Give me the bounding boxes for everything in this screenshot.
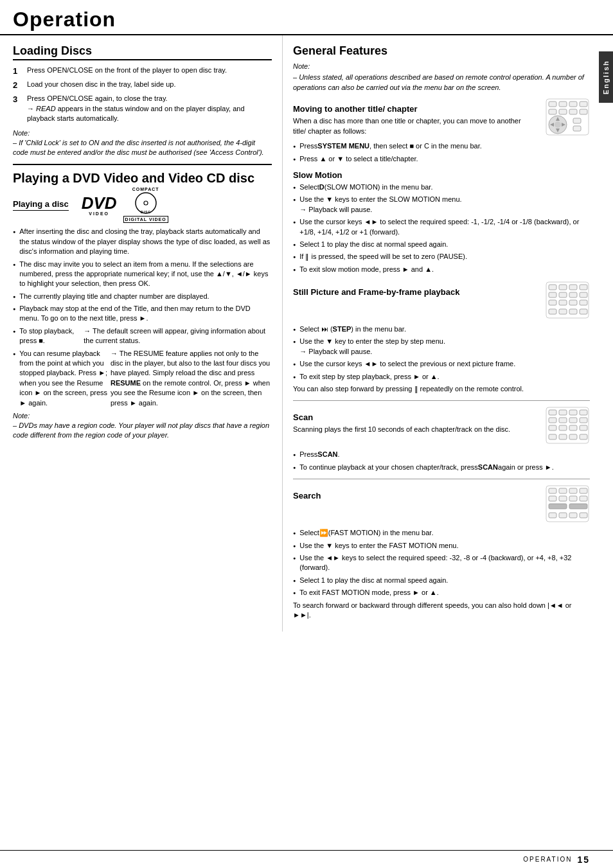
scan-bullet-2: To continue playback at your chosen chap… [293,463,590,472]
disc-icon-svg: DISC [134,191,157,215]
svg-rect-52 [569,434,577,439]
step-3: 3 Press OPEN/CLOSE again, to close the t… [13,94,272,123]
remote-still-picture [545,281,590,321]
svg-rect-66 [559,513,567,518]
svg-rect-55 [549,488,556,493]
general-features-section: General Features Note: – Unless stated, … [293,44,590,93]
moving-title-section: Moving to another title/ chapter When a … [293,98,590,164]
section-divider-1 [13,164,272,165]
svg-rect-26 [559,292,567,297]
svg-rect-53 [580,434,587,439]
svg-rect-11 [580,109,587,114]
playing-dvd-section: Playing a DVD Video and Video CD disc Pl… [13,170,272,440]
slow-bullet-2: Use the ▼ keys to enter the SLOW MOTION … [293,195,590,215]
slow-bullet-1: Select D (SLOW MOTION) in the menu bar. [293,182,590,192]
bullet-menu: The disc may invite you to select an ite… [13,260,272,289]
svg-rect-29 [549,300,556,305]
svg-rect-58 [580,488,587,493]
moving-title-heading: Moving to another title/ chapter [293,104,535,114]
bullet-title-chapter: The currently playing title and chapter … [13,292,272,301]
still-bullet-4: To exit step by step playback, press ► o… [293,372,590,382]
moving-bullet-1: Press SYSTEM MENU, then select ■ or C in… [293,141,590,151]
side-tab-english: English [599,51,613,103]
svg-rect-7 [580,102,587,107]
svg-rect-61 [569,496,577,501]
svg-text:DISC: DISC [141,210,151,214]
search-title: Search [293,491,535,500]
still-picture-bullets: Select ⏭ (STEP) in the menu bar. Use the… [293,324,590,382]
svg-rect-38 [549,410,556,415]
slow-motion-bullets: Select D (SLOW MOTION) in the menu bar. … [293,182,590,274]
bottom-label: Operation [523,856,572,863]
svg-rect-18 [573,118,581,123]
svg-rect-42 [549,418,556,423]
search-bullet-3: Use the ◄► keys to select the required s… [293,553,590,573]
svg-rect-23 [569,285,577,290]
playing-disc-header: Playing a disc DVD VIDEO COMPACT [13,187,272,223]
bullet-autoplay: After inserting the disc and closing the… [13,227,272,256]
slow-bullet-3: Use the cursor keys ◄► to select the req… [293,217,590,237]
slow-motion-title: Slow Motion [293,170,590,180]
svg-rect-43 [559,418,567,423]
svg-rect-45 [580,418,587,423]
svg-rect-44 [569,418,577,423]
svg-rect-25 [549,292,556,297]
svg-rect-35 [569,309,577,314]
svg-rect-9 [559,109,567,114]
scan-section: Scan Scanning plays the first 10 seconds… [293,400,590,472]
bullet-stop: To stop playback, press ■. → The default… [13,326,272,346]
svg-rect-63 [549,504,567,509]
dvd-note: Note: – DVDs may have a region code. You… [13,412,272,441]
slow-bullet-5: If ‖ is pressed, the speed will be set t… [293,252,590,261]
still-bullet-2: Use the ▼ key to enter the step by step … [293,337,590,357]
still-bullet-3: Use the cursor keys ◄► to select the pre… [293,359,590,369]
svg-rect-59 [549,496,556,501]
loading-discs-section: Loading Discs 1 Press OPEN/CLOSE on the … [13,44,272,157]
loading-discs-title: Loading Discs [13,44,272,60]
svg-rect-51 [559,434,567,439]
svg-rect-41 [580,410,587,415]
loading-discs-steps: 1 Press OPEN/CLOSE on the front of the p… [13,66,272,124]
remote-moving-title [545,98,590,137]
playing-dvd-title: Playing a DVD Video and Video CD disc [13,170,272,186]
scan-bullet-1: Press SCAN. [293,450,590,459]
page-title-bar: Operation [0,0,613,35]
loading-note: Note: – If 'Child Lock' is set to ON and… [13,129,272,158]
remote-search [545,484,590,524]
bullet-resume: You can resume playback from the point a… [13,349,272,408]
moving-title-bullets: Press SYSTEM MENU, then select ■ or C in… [293,141,590,164]
still-bullet-1: Select ⏭ (STEP) in the menu bar. [293,324,590,334]
search-bullet-5: To exit FAST MOTION mode, press ► or ▲. [293,588,590,598]
svg-rect-40 [569,410,577,415]
svg-rect-6 [569,102,577,107]
svg-rect-31 [569,300,577,305]
svg-rect-39 [559,410,567,415]
slow-bullet-6: To exit slow motion mode, press ► and ▲. [293,265,590,274]
svg-rect-50 [549,434,556,439]
slow-bullet-4: Select 1 to play the disc at normal spee… [293,240,590,249]
svg-rect-10 [569,109,577,114]
right-column: General Features Note: – Unless stated, … [283,35,613,632]
scan-title: Scan [293,412,535,422]
svg-rect-64 [569,504,587,509]
svg-point-1 [144,201,148,205]
scan-bullets: Press SCAN. To continue playback at your… [293,450,590,472]
svg-rect-49 [580,425,587,430]
dvd-logo-area: DVD VIDEO COMPACT DISC [82,187,168,223]
moving-bullet-2: Press ▲ or ▼ to select a title/chapter. [293,154,590,164]
svg-point-17 [555,121,561,128]
svg-rect-33 [549,309,556,314]
svg-rect-47 [559,425,567,430]
svg-rect-22 [559,285,567,290]
search-bullets: Select ⏩ (FAST MOTION) in the menu bar. … [293,528,590,598]
left-column: Loading Discs 1 Press OPEN/CLOSE on the … [0,35,283,632]
page-container: Operation English Loading Discs 1 Press … [0,0,613,868]
svg-rect-30 [559,300,567,305]
step-1: 1 Press OPEN/CLOSE on the front of the p… [13,66,272,77]
svg-rect-62 [580,496,587,501]
compact-disc-logo: COMPACT DISC DIGITAL VIDEO [123,187,168,223]
svg-rect-19 [573,126,581,131]
svg-rect-60 [559,496,567,501]
still-picture-title: Still Picture and Frame-by-frame playbac… [293,287,535,297]
svg-rect-67 [569,513,577,518]
